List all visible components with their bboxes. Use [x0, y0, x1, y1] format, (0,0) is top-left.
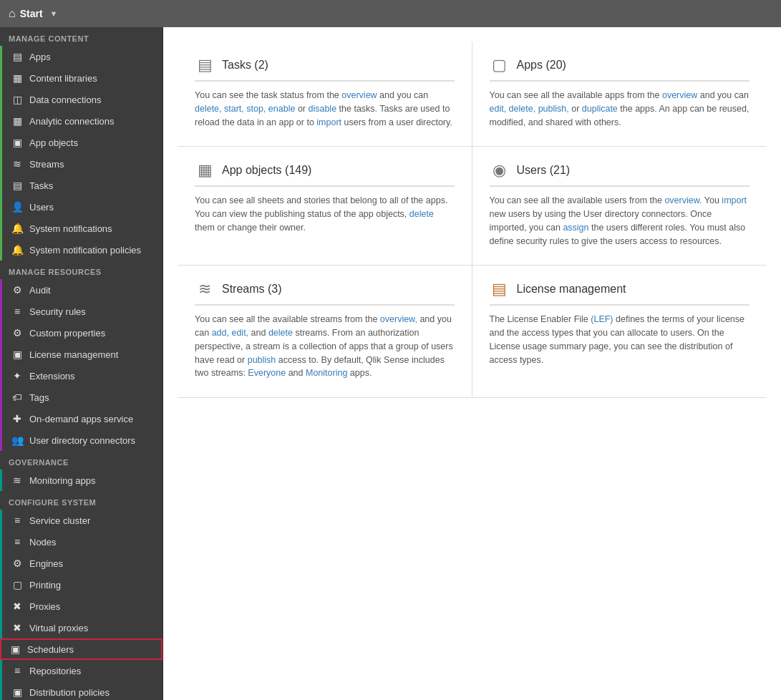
sidebar-item-schedulers[interactable]: ▣Schedulers	[0, 638, 162, 660]
link-word-13[interactable]: start,	[224, 104, 246, 114]
sidebar-item-data-connections[interactable]: ◫Data connections	[0, 89, 162, 110]
sidebar-item-distribution-policies[interactable]: ▣Distribution policies	[0, 681, 162, 700]
repositories-icon: ≡	[11, 665, 24, 676]
system-notifications-label: System notifications	[29, 223, 154, 234]
link-word-9[interactable]: overview,	[380, 314, 420, 324]
nodes-icon: ≡	[11, 536, 24, 548]
topbar: ⌂ Start ▼	[0, 0, 781, 27]
engines-label: Engines	[29, 558, 154, 569]
cards-grid: ▤Tasks (2)You can see the task status fr…	[178, 42, 767, 398]
link-word-47[interactable]: Everyone	[248, 368, 288, 378]
sidebar-item-tags[interactable]: 🏷Tags	[0, 387, 162, 408]
link-word-17[interactable]: disable	[308, 104, 339, 114]
sidebar-section-configure-system: CONFIGURE SYSTEM	[0, 491, 162, 510]
link-word-8[interactable]: overview	[341, 90, 379, 100]
sidebar-item-custom-properties[interactable]: ⚙Custom properties	[0, 322, 162, 344]
link-word-24[interactable]: delete	[409, 209, 434, 219]
app-objects-card-icon: ▦	[195, 161, 215, 180]
link-word-32[interactable]: import	[316, 117, 344, 127]
home-icon: ⌂	[9, 7, 16, 20]
virtual-proxies-icon: ✖	[11, 622, 24, 633]
sidebar: MANAGE CONTENT▤Apps▦Content libraries◫Da…	[0, 27, 163, 700]
distribution-policies-icon: ▣	[11, 686, 24, 698]
main-layout: MANAGE CONTENT▤Apps▦Content libraries◫Da…	[0, 27, 781, 700]
sidebar-item-repositories[interactable]: ≡Repositories	[0, 660, 162, 681]
tags-label: Tags	[29, 392, 154, 403]
sidebar-item-app-objects[interactable]: ▣App objects	[0, 132, 162, 153]
sidebar-item-extensions[interactable]: ✦Extensions	[0, 365, 162, 387]
link-word-15[interactable]: publish,	[538, 104, 572, 114]
card-title-users: ◉Users (21)	[490, 161, 750, 187]
data-connections-icon: ◫	[11, 94, 24, 105]
link-word-49[interactable]: Monitoring	[306, 368, 350, 378]
distribution-policies-label: Distribution policies	[29, 687, 154, 698]
home-label: Start	[20, 8, 43, 19]
users-icon: 👤	[11, 201, 24, 213]
link-word-37[interactable]: publish	[248, 355, 278, 365]
link-word-9[interactable]: overview	[662, 90, 700, 100]
sidebar-item-monitoring-apps[interactable]: ≋Monitoring apps	[0, 470, 162, 491]
sidebar-item-user-directory-connectors[interactable]: 👥User directory connectors	[0, 429, 162, 451]
sidebar-item-security-rules[interactable]: ≡Security rules	[0, 301, 162, 322]
card-license-management: ▤License managementThe License Enabler F…	[472, 266, 767, 398]
license-management-card-body: The License Enabler File (LEF) defines t…	[490, 313, 750, 366]
sidebar-item-analytic-connections[interactable]: ▦Analytic connections	[0, 110, 162, 132]
sidebar-item-system-notifications[interactable]: 🔔System notifications	[0, 218, 162, 239]
custom-properties-icon: ⚙	[11, 327, 24, 339]
proxies-label: Proxies	[29, 601, 154, 612]
sidebar-item-users[interactable]: 👤Users	[0, 196, 162, 218]
link-word-14[interactable]: stop,	[246, 104, 268, 114]
extensions-icon: ✦	[11, 370, 24, 381]
link-word-14[interactable]: edit,	[231, 328, 251, 338]
sidebar-item-on-demand-apps[interactable]: ✚On-demand apps service	[0, 408, 162, 429]
sidebar-item-engines[interactable]: ⚙Engines	[0, 553, 162, 574]
tasks-icon: ▤	[11, 180, 24, 191]
users-card-icon: ◉	[490, 161, 510, 180]
proxies-icon: ✖	[11, 601, 24, 612]
app-objects-card-body: You can see all sheets and stories that …	[195, 194, 455, 234]
sidebar-item-audit[interactable]: ⚙Audit	[0, 279, 162, 301]
sidebar-item-license-management[interactable]: ▣License management	[0, 344, 162, 365]
link-word-13[interactable]: edit,	[490, 104, 509, 114]
sidebar-item-apps[interactable]: ▤Apps	[0, 46, 162, 67]
sidebar-section-manage-resources: MANAGE RESOURCES	[0, 261, 162, 279]
service-cluster-label: Service cluster	[29, 515, 154, 526]
apps-card-body: You can see all the available apps from …	[490, 89, 750, 129]
link-word-17[interactable]: duplicate	[582, 104, 621, 114]
streams-icon: ≋	[11, 158, 24, 170]
link-word-16[interactable]: delete	[268, 328, 296, 338]
link-word-12[interactable]: delete,	[195, 104, 224, 114]
monitoring-apps-label: Monitoring apps	[29, 475, 154, 486]
streams-card-icon: ≋	[195, 280, 215, 298]
link-word-15[interactable]: enable	[268, 104, 298, 114]
card-tasks: ▤Tasks (2)You can see the task status fr…	[178, 42, 472, 147]
card-apps: ▢Apps (20)You can see all the available …	[472, 42, 767, 147]
link-word-13[interactable]: add,	[212, 328, 232, 338]
user-directory-connectors-label: User directory connectors	[29, 435, 154, 446]
link-word-24[interactable]: assign	[563, 223, 591, 233]
engines-icon: ⚙	[11, 558, 24, 569]
home-link[interactable]: ⌂ Start ▼	[9, 7, 57, 20]
sidebar-item-tasks[interactable]: ▤Tasks	[0, 175, 162, 196]
system-notification-policies-label: System notification policies	[29, 245, 154, 256]
sidebar-item-virtual-proxies[interactable]: ✖Virtual proxies	[0, 617, 162, 638]
monitoring-apps-icon: ≋	[11, 475, 24, 486]
sidebar-item-printing[interactable]: ▢Printing	[0, 574, 162, 596]
content-area: ▤Tasks (2)You can see the task status fr…	[163, 27, 781, 700]
link-word-14[interactable]: delete,	[509, 104, 538, 114]
sidebar-item-proxies[interactable]: ✖Proxies	[0, 596, 162, 617]
sidebar-item-nodes[interactable]: ≡Nodes	[0, 531, 162, 553]
on-demand-apps-label: On-demand apps service	[29, 414, 154, 424]
sidebar-item-streams[interactable]: ≋Streams	[0, 153, 162, 175]
security-rules-label: Security rules	[29, 306, 154, 317]
user-directory-connectors-icon: 👥	[11, 434, 24, 446]
link-word-9[interactable]: overview.	[664, 195, 704, 205]
sidebar-item-system-notification-policies[interactable]: 🔔System notification policies	[0, 239, 162, 261]
streams-label: Streams	[29, 159, 154, 170]
apps-label: Apps	[29, 52, 154, 62]
sidebar-item-content-libraries[interactable]: ▦Content libraries	[0, 67, 162, 89]
link-word-11[interactable]: import	[722, 195, 747, 205]
link-word-4[interactable]: (LEF)	[591, 314, 616, 324]
sidebar-item-service-cluster[interactable]: ≡Service cluster	[0, 510, 162, 531]
license-management-card-title: License management	[517, 283, 626, 296]
